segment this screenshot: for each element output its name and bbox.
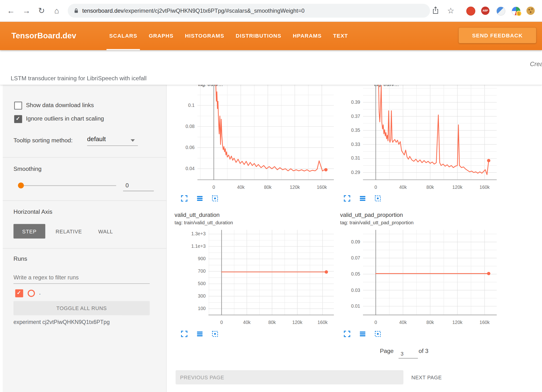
adblock-extension-icon[interactable] <box>466 6 475 16</box>
fit-domain-icon[interactable] <box>211 195 219 202</box>
tab-hparams[interactable]: HPARAMS <box>290 21 324 50</box>
y-tick-label: 0.1 <box>167 103 195 108</box>
chart-tag: tag: train/valid_utt_duration <box>175 220 233 225</box>
x-tick-label: 80k <box>421 184 440 190</box>
tooltip-sorting-select[interactable]: default <box>87 135 138 145</box>
tab-scalars[interactable]: SCALARS <box>106 21 140 50</box>
select-underline <box>87 145 138 146</box>
smoothing-label: Smoothing <box>13 166 41 173</box>
browser-chrome: ← → ↻ ⌂ tensorboard.dev/experiment/cj2vt… <box>0 0 542 22</box>
x-tick-label: 160k <box>475 320 494 325</box>
brand-title: TensorBoard.dev <box>12 21 76 50</box>
y-tick-label: 0.04 <box>167 166 195 171</box>
show-download-links-checkbox[interactable] <box>14 102 22 110</box>
smoothing-slider-thumb[interactable] <box>18 183 24 189</box>
tab-text[interactable]: TEXT <box>330 21 351 50</box>
y-tick-label: 0.39 <box>333 99 360 105</box>
y-tick-label: 0.35 <box>333 128 360 133</box>
expand-chart-icon[interactable] <box>343 330 351 338</box>
tab-histograms[interactable]: HISTOGRAMS <box>182 21 227 50</box>
y-tick-label: 0.37 <box>333 114 360 119</box>
y-tick-label: 0.06 <box>167 145 195 150</box>
back-button[interactable]: ← <box>5 5 16 16</box>
horizontal-axis-label: Horizontal Axis <box>13 208 52 215</box>
x-tick-label: 80k <box>262 320 282 325</box>
x-tick-label: 0 <box>204 184 224 190</box>
axis-wall-button[interactable]: WALL <box>91 224 120 239</box>
url-path: /experiment/cj2vtPiwQHKN9Q1tx6PTpg/#scal… <box>123 7 305 14</box>
divider <box>3 248 166 248</box>
x-tick-label: 40k <box>237 320 257 325</box>
expand-chart-icon[interactable] <box>180 330 188 338</box>
page-number-input[interactable] <box>398 349 418 358</box>
x-tick-label: 80k <box>258 184 277 190</box>
y-tick-label: 0.07 <box>333 255 360 260</box>
smoothing-slider-track[interactable] <box>18 185 116 186</box>
fit-domain-icon[interactable] <box>374 195 382 202</box>
home-button[interactable]: ⌂ <box>51 5 62 16</box>
divider <box>3 157 166 157</box>
send-feedback-button[interactable]: SEND FEEDBACK <box>459 28 536 43</box>
x-tick-label: 120k <box>448 320 467 325</box>
subheader-band: Crea LSTM transducer training for LibriS… <box>0 50 542 85</box>
cookie-extension-icon[interactable] <box>526 6 535 15</box>
chart-plot <box>208 230 334 315</box>
experiment-title: LSTM transducer training for LibriSpeech… <box>11 75 147 82</box>
expand-chart-icon[interactable] <box>343 195 351 202</box>
chart-tag: tag: train/valid_utt_pad_proportion <box>340 220 414 225</box>
abp-extension-icon[interactable]: ABP <box>481 6 490 15</box>
run-checkbox[interactable] <box>15 289 23 297</box>
browser-extension-icon[interactable] <box>496 6 506 16</box>
y-tick-label: 300 <box>178 294 206 299</box>
runs-filter-input[interactable] <box>13 271 150 284</box>
y-tick-label: 1.1e+3 <box>178 244 206 249</box>
fit-domain-icon[interactable] <box>211 330 219 338</box>
x-tick-label: 40k <box>393 320 413 325</box>
forward-button[interactable]: → <box>20 5 31 16</box>
scalar-chart-card: valid_utt_pad_proportiontag: train/valid… <box>340 211 503 342</box>
runs-label: Runs <box>13 255 27 262</box>
bookmark-star-icon[interactable]: ☆ <box>445 5 456 17</box>
url-domain: tensorboard.dev <box>82 7 123 14</box>
reload-button[interactable]: ↻ <box>36 5 47 16</box>
tab-graphs[interactable]: GRAPHS <box>146 21 176 50</box>
run-color-swatch <box>28 290 35 297</box>
smoothing-value-field[interactable]: 0 <box>123 180 154 191</box>
view-runs-data-icon[interactable] <box>196 195 203 202</box>
page-label: Page <box>380 348 393 355</box>
y-tick-label: 700 <box>178 269 206 274</box>
previous-page-button[interactable]: PREVIOUS PAGE <box>176 370 404 384</box>
y-tick-label: 0.05 <box>333 271 360 277</box>
x-tick-label: 80k <box>421 320 440 325</box>
share-icon[interactable] <box>431 6 440 16</box>
chart-plot <box>197 85 334 180</box>
address-bar[interactable]: tensorboard.dev/experiment/cj2vtPiwQHKN9… <box>68 4 430 18</box>
view-runs-data-icon[interactable] <box>196 330 203 338</box>
page: ← → ↻ ⌂ tensorboard.dev/experiment/cj2vt… <box>0 0 542 392</box>
charts-region: Page of 3 PREVIOUS PAGE NEXT PAGE tag: t… <box>166 85 542 392</box>
axis-step-button[interactable]: STEP <box>13 224 45 239</box>
axis-relative-button[interactable]: RELATIVE <box>50 224 87 239</box>
view-runs-data-icon[interactable] <box>359 195 366 202</box>
chart-title: valid_utt_duration <box>175 212 220 218</box>
ignore-outliers-checkbox[interactable] <box>14 115 22 123</box>
scalar-chart-card: valid_utt_durationtag: train/valid_utt_d… <box>175 211 337 342</box>
chart-plot <box>363 85 497 180</box>
view-runs-data-icon[interactable] <box>359 330 366 338</box>
nav-tabs: SCALARS GRAPHS HISTOGRAMS DISTRIBUTIONS … <box>106 21 351 50</box>
y-tick-label: 0.03 <box>333 288 360 293</box>
expand-chart-icon[interactable] <box>180 195 188 202</box>
tab-distributions[interactable]: DISTRIBUTIONS <box>233 21 284 50</box>
fit-domain-icon[interactable] <box>374 330 382 338</box>
pie-extension-icon[interactable]: 1 <box>512 6 521 16</box>
app-bar: TensorBoard.dev SCALARS GRAPHS HISTOGRAM… <box>0 21 542 50</box>
y-tick-label: 0.09 <box>333 239 360 244</box>
x-tick-label: 40k <box>393 184 413 190</box>
chevron-down-icon <box>131 139 135 142</box>
toggle-all-runs-button[interactable]: TOGGLE ALL RUNS <box>13 301 150 315</box>
scalar-chart-card: tag: train/…0.040.060.080.1040k80k120k16… <box>175 85 337 207</box>
y-tick-label: 0.33 <box>333 142 360 147</box>
x-tick-label: 0 <box>212 320 231 325</box>
next-page-button[interactable]: NEXT PAGE <box>409 370 454 384</box>
divider <box>3 201 166 201</box>
